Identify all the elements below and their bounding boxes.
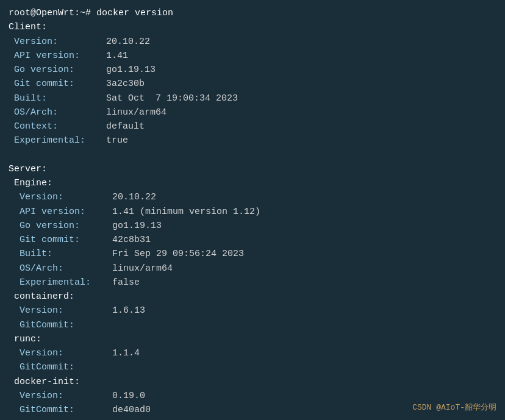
client-experimental-val: true [106,133,128,148]
server-git-line: Git commit: 42c8b31 [9,233,496,247]
client-header: Client: [9,20,496,34]
server-api-val: 1.41 (minimum version 1.12) [112,205,260,219]
server-os-line: OS/Arch: linux/arm64 [9,262,496,276]
server-version-key: Version: [9,190,112,204]
server-experimental-line: Experimental: false [9,276,496,290]
client-api-line: API version: 1.41 [9,49,496,63]
server-experimental-key: Experimental: [9,276,112,290]
server-header: Server: [9,162,496,176]
server-git-key: Git commit: [9,233,112,247]
runc-version-line: Version: 1.1.4 [9,346,496,360]
terminal: root@OpenWrt:~# docker version Client: V… [0,0,505,420]
server-go-line: Go version: go1.19.13 [9,219,496,233]
engine-label: Engine: [9,176,52,190]
client-git-key: Git commit: [9,77,106,91]
client-label: Client: [9,20,47,34]
runc-version-val: 1.1.4 [112,346,140,360]
runc-label: runc: [9,332,41,346]
runc-gitcommit-line: GitCommit: [9,360,496,374]
server-go-key: Go version: [9,219,112,233]
docker-init-gitcommit-key: GitCommit: [9,403,112,417]
server-built-val: Fri Sep 29 09:56:24 2023 [112,247,244,261]
client-experimental-key: Experimental: [9,133,106,148]
client-api-key: API version: [9,49,106,63]
server-built-key: Built: [9,247,112,261]
server-api-line: API version: 1.41 (minimum version 1.12) [9,205,496,219]
server-os-val: linux/arm64 [112,262,173,276]
runc-header: runc: [9,332,496,346]
runc-gitcommit-key: GitCommit: [9,360,112,374]
client-version-line: Version: 20.10.22 [9,35,496,49]
server-api-key: API version: [9,205,112,219]
client-context-val: default [106,119,145,133]
server-git-val: 42c8b31 [112,233,151,247]
watermark: CSDN @AIoT-韶华分明 [412,402,496,413]
client-version-val: 20.10.22 [106,35,150,49]
client-git-line: Git commit: 3a2c30b [9,77,496,91]
client-go-key: Go version: [9,63,106,77]
client-api-val: 1.41 [106,49,128,63]
client-context-line: Context: default [9,119,496,133]
server-built-line: Built: Fri Sep 29 09:56:24 2023 [9,247,496,261]
runc-version-key: Version: [9,346,112,360]
prompt-line: root@OpenWrt:~# docker version [9,6,496,20]
containerd-label: containerd: [9,290,74,304]
containerd-gitcommit-key: GitCommit: [9,318,112,332]
docker-init-label: docker-init: [9,375,80,389]
client-version-key: Version: [9,35,106,49]
docker-init-version-line: Version: 0.19.0 [9,389,496,403]
client-experimental-line: Experimental: true [9,133,496,148]
docker-init-version-key: Version: [9,389,112,403]
containerd-header: containerd: [9,290,496,304]
client-built-line: Built: Sat Oct 7 19:00:34 2023 [9,91,496,105]
containerd-version-val: 1.6.13 [112,304,145,318]
server-version-line: Version: 20.10.22 [9,190,496,204]
client-built-val: Sat Oct 7 19:00:34 2023 [106,91,238,105]
client-go-line: Go version: go1.19.13 [9,63,496,77]
server-go-val: go1.19.13 [112,219,162,233]
docker-init-header: docker-init: [9,375,496,389]
server-label: Server: [9,162,47,176]
engine-header: Engine: [9,176,496,190]
blank-line-1 [9,148,496,162]
client-os-val: linux/arm64 [106,105,167,119]
server-os-key: OS/Arch: [9,262,112,276]
containerd-version-key: Version: [9,304,112,318]
prompt-text: root@OpenWrt:~# docker version [9,6,173,20]
server-experimental-val: false [112,276,140,290]
docker-init-gitcommit-val: de40ad0 [112,403,151,417]
server-version-val: 20.10.22 [112,190,156,204]
client-os-line: OS/Arch: linux/arm64 [9,105,496,119]
client-os-key: OS/Arch: [9,105,106,119]
client-git-val: 3a2c30b [106,77,145,91]
containerd-gitcommit-line: GitCommit: [9,318,496,332]
docker-init-version-val: 0.19.0 [112,389,145,403]
client-go-val: go1.19.13 [106,63,156,77]
client-built-key: Built: [9,91,106,105]
client-context-key: Context: [9,119,106,133]
containerd-version-line: Version: 1.6.13 [9,304,496,318]
